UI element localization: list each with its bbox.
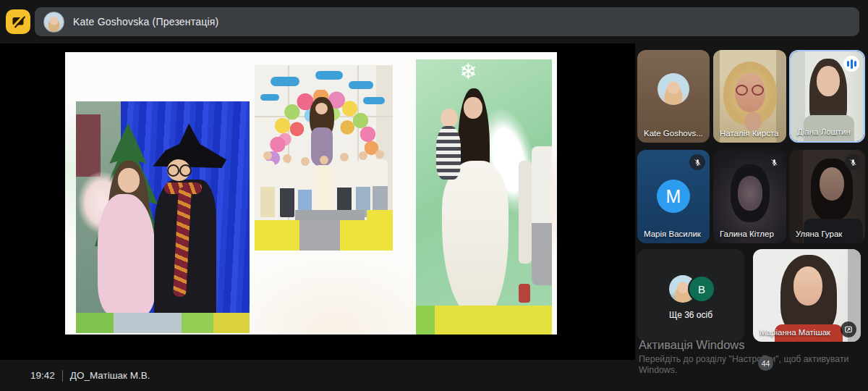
photo-angel-costume: ❄: [416, 59, 552, 335]
photo-children-balloons: [255, 65, 393, 251]
avatar: [658, 73, 689, 105]
bottom-bar: 19:42 ДО_Матішак М.В. ⋯: [0, 360, 868, 391]
presenter-chip[interactable]: Kate Goshovska (Презентація): [35, 7, 859, 36]
participant-name: Маріанна Матішак: [760, 328, 830, 337]
letter-avatar: M: [657, 180, 690, 213]
presenter-avatar: [43, 12, 64, 33]
participant-name: Галина Кітлер: [720, 230, 774, 238]
tile-overflow-more-people[interactable]: B Ще 36 осіб: [637, 249, 744, 342]
participant-name: Марія Василик: [644, 230, 701, 238]
tile-diana-loshtyn[interactable]: Діана Лоштин: [789, 50, 865, 143]
presenter-name: Kate Goshovska (Презентація): [73, 16, 218, 28]
participant-name: Діана Лоштин: [797, 127, 851, 136]
tile-ulyana-hurak[interactable]: Уляна Гурак: [789, 150, 865, 243]
presentation-warning-button[interactable]: [6, 9, 30, 34]
tile-natalia-kyrsta[interactable]: Наталія Кирста: [713, 50, 786, 143]
meeting-info: 19:42 ДО_Матішак М.В.: [30, 360, 150, 391]
mic-muted-icon: [845, 154, 861, 170]
participant-count-badge: 44: [758, 356, 773, 371]
participant-name: Kate Goshovs...: [644, 129, 703, 138]
tile-marianna-matishak[interactable]: Маріанна Матішак: [753, 249, 861, 342]
mic-muted-icon: [689, 154, 705, 170]
participant-name: Уляна Гурак: [796, 230, 842, 238]
presented-slide: ❄: [65, 52, 557, 335]
overflow-count-label: Ще 36 осіб: [637, 310, 744, 320]
divider: [62, 370, 63, 382]
tile-halyna-kitler[interactable]: Галина Кітлер: [713, 150, 786, 243]
tile-maria-vasylyk[interactable]: M Марія Василик: [637, 150, 710, 243]
pop-out-icon[interactable]: [841, 321, 856, 337]
meet-app: Kate Goshovska (Презентація): [0, 0, 868, 391]
overflow-avatar-letter: B: [688, 275, 715, 303]
tile-kate-goshovska[interactable]: Kate Goshovs...: [637, 50, 710, 143]
clock-time: 19:42: [30, 370, 55, 381]
speaking-indicator-icon: [843, 56, 859, 72]
presentation-stage: ❄: [0, 43, 635, 360]
top-bar: Kate Goshovska (Презентація): [0, 0, 868, 43]
presentation-blocked-icon: [11, 14, 25, 30]
mic-muted-icon: [766, 154, 782, 170]
photo-harry-potter-costume: [76, 101, 250, 333]
snowflake-decoration: ❄: [459, 61, 477, 83]
meeting-code: ДО_Матішак М.В.: [70, 370, 150, 381]
participant-name: Наталія Кирста: [720, 129, 778, 138]
